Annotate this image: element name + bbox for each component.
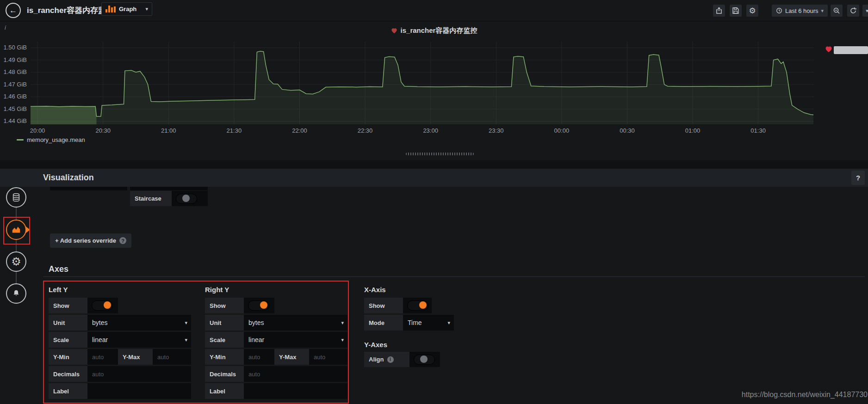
right-y-decimals-label: Decimals bbox=[205, 366, 244, 382]
x-axis-show-toggle[interactable] bbox=[403, 298, 432, 313]
legend-item[interactable]: memory_usage.mean bbox=[17, 136, 85, 143]
clipped-control bbox=[130, 187, 208, 190]
watermark: https://blog.csdn.net/weixin_44187730 bbox=[742, 391, 868, 399]
info-icon: i bbox=[387, 356, 394, 363]
time-range-picker[interactable]: Last 6 hours ▾ bbox=[772, 5, 828, 17]
y-axes-align-label: Align i bbox=[364, 352, 409, 367]
left-y-scale-label: Scale bbox=[49, 332, 87, 348]
left-y-max-input[interactable] bbox=[153, 349, 191, 365]
legend-series-label: memory_usage.mean bbox=[27, 136, 85, 143]
bell-icon bbox=[11, 288, 21, 299]
left-y-unit-label: Unit bbox=[49, 315, 87, 331]
save-icon bbox=[732, 7, 739, 14]
left-y-scale-select[interactable]: linear ▾ bbox=[87, 332, 191, 348]
clock-icon bbox=[776, 7, 782, 14]
left-y-decimals-label: Decimals bbox=[49, 366, 87, 382]
right-y-decimals-input[interactable] bbox=[244, 366, 347, 382]
left-y-label-input[interactable] bbox=[87, 383, 191, 399]
y-axes-section: Y-Axes Align i bbox=[364, 340, 440, 368]
tab-queries[interactable] bbox=[6, 187, 26, 208]
chevron-down-icon: ▾ bbox=[145, 6, 148, 12]
chevron-down-icon: ▾ bbox=[185, 320, 187, 326]
chevron-down-icon: ▾ bbox=[341, 337, 344, 343]
question-circle-icon: ? bbox=[119, 237, 126, 244]
tab-general[interactable]: ⚙ bbox=[6, 251, 26, 272]
left-y-unit-select[interactable]: bytes ▾ bbox=[87, 315, 191, 331]
right-y-label-input[interactable] bbox=[244, 383, 347, 399]
right-y-show-toggle[interactable] bbox=[244, 298, 274, 313]
add-series-override-button[interactable]: + Add series override ? bbox=[50, 233, 131, 248]
right-y-title: Right Y bbox=[205, 285, 347, 294]
y-axes-align-toggle[interactable] bbox=[409, 352, 440, 367]
graph-plot[interactable] bbox=[31, 42, 814, 124]
dashboard-settings-button[interactable]: ⚙ bbox=[746, 5, 758, 17]
grafana-dashboard: ← is_rancher容器内存监控 ▾ ⚙ Las bbox=[0, 0, 868, 404]
right-y-label-label: Label bbox=[205, 383, 244, 399]
staircase-row: Staircase bbox=[130, 191, 208, 206]
tab-visualization[interactable] bbox=[6, 220, 26, 240]
right-y-section: Right Y Show Unit bytes ▾ Scale linear ▾… bbox=[205, 285, 347, 400]
panel-resize-handle[interactable] bbox=[406, 153, 474, 155]
x-axis-mode-select[interactable]: Time ▾ bbox=[403, 315, 454, 331]
gear-icon: ⚙ bbox=[11, 256, 21, 267]
area-chart-icon bbox=[11, 225, 21, 235]
panel-header: is_rancher容器内存监控 bbox=[0, 26, 868, 36]
share-icon bbox=[715, 7, 723, 14]
back-button[interactable]: ← bbox=[6, 3, 21, 18]
x-axis-show-label: Show bbox=[364, 298, 403, 313]
panel-title: is_rancher容器内存监控 bbox=[401, 26, 477, 35]
x-axis-mode-label: Mode bbox=[364, 315, 403, 331]
chevron-down-icon: ▾ bbox=[185, 337, 187, 343]
right-y-min-label: Y-Min bbox=[205, 349, 244, 365]
left-y-show-label: Show bbox=[49, 298, 87, 313]
time-range-label: Last 6 hours bbox=[785, 7, 818, 14]
chevron-down-icon: ▾ bbox=[866, 8, 868, 14]
right-y-show-label: Show bbox=[205, 298, 244, 313]
left-y-max-label: Y-Max bbox=[118, 349, 153, 365]
left-y-label-label: Label bbox=[49, 383, 87, 399]
refresh-interval-dropdown[interactable]: ▾ bbox=[862, 5, 868, 17]
left-y-decimals-input[interactable] bbox=[87, 366, 191, 382]
left-y-min-label: Y-Min bbox=[49, 349, 87, 365]
panel-title-button[interactable]: is_rancher容器内存监控 bbox=[391, 26, 477, 35]
visualization-type-value: Graph bbox=[119, 6, 136, 12]
axes-divider bbox=[43, 276, 865, 277]
zoom-out-button[interactable] bbox=[831, 5, 843, 17]
right-y-unit-label: Unit bbox=[205, 315, 244, 331]
right-y-max-input[interactable] bbox=[309, 349, 347, 365]
visualization-type-select[interactable]: Graph ▾ bbox=[101, 2, 152, 16]
refresh-button[interactable] bbox=[847, 5, 859, 17]
left-y-title: Left Y bbox=[49, 285, 191, 294]
axes-section-title: Axes bbox=[49, 264, 68, 274]
search-minus-icon bbox=[833, 7, 840, 14]
x-axis-title: X-Axis bbox=[364, 285, 454, 294]
visualization-header: Visualization bbox=[0, 169, 868, 187]
dashboard-title: is_rancher容器内存监控 bbox=[27, 5, 114, 16]
left-y-section: Left Y Show Unit bytes ▾ Scale linear ▾ … bbox=[49, 285, 191, 400]
x-axis-section: X-Axis Show Mode Time ▾ bbox=[364, 285, 454, 332]
bar-chart-icon bbox=[105, 6, 116, 12]
alert-heart-icon bbox=[391, 28, 397, 34]
right-y-scale-label: Scale bbox=[205, 332, 244, 348]
alert-state-heart-icon bbox=[825, 46, 832, 53]
legend-series-swatch bbox=[17, 139, 24, 141]
staircase-label: Staircase bbox=[130, 191, 172, 206]
tab-alert[interactable] bbox=[6, 283, 26, 304]
save-button[interactable] bbox=[730, 5, 742, 17]
right-y-max-label: Y-Max bbox=[274, 349, 309, 365]
right-y-min-input[interactable] bbox=[244, 349, 274, 365]
right-y-scale-select[interactable]: linear ▾ bbox=[244, 332, 347, 348]
share-button[interactable] bbox=[713, 5, 725, 17]
left-y-min-input[interactable] bbox=[87, 349, 118, 365]
staircase-toggle[interactable] bbox=[172, 191, 208, 206]
left-y-show-toggle[interactable] bbox=[87, 298, 118, 313]
right-y-unit-select[interactable]: bytes ▾ bbox=[244, 315, 347, 331]
help-button[interactable]: ? bbox=[851, 171, 865, 185]
arrow-left-icon: ← bbox=[9, 6, 17, 15]
chevron-down-icon: ▾ bbox=[341, 320, 344, 326]
clipped-control bbox=[50, 187, 127, 190]
highlighted-panel-edge bbox=[834, 46, 868, 54]
chevron-down-icon: ▾ bbox=[447, 320, 450, 326]
gear-icon: ⚙ bbox=[749, 7, 756, 15]
visualization-section-title: Visualization bbox=[43, 169, 94, 187]
